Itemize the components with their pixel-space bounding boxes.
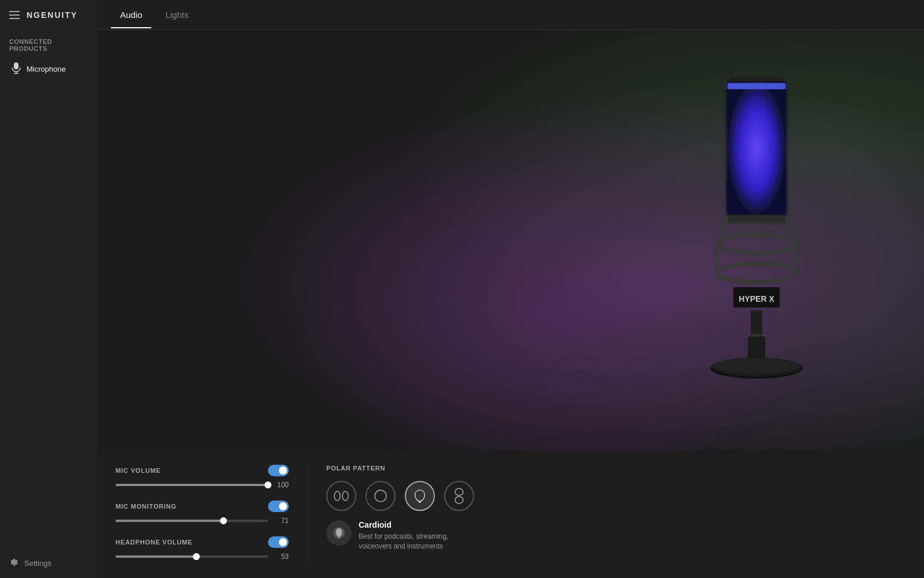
mic-monitoring-slider-row: 71	[116, 517, 289, 525]
svg-line-12	[787, 218, 790, 232]
controls-panel: MIC VOLUME 100	[97, 451, 924, 578]
mic-volume-label: MIC VOLUME	[116, 467, 161, 474]
mic-volume-slider-container	[116, 484, 268, 486]
headphone-volume-thumb[interactable]	[193, 553, 200, 560]
mic-monitoring-label: MIC MONITORING	[116, 503, 177, 510]
svg-rect-8	[725, 215, 788, 222]
polar-pattern-section: POLAR PATTERN	[326, 465, 906, 564]
headphone-volume-fill	[116, 555, 196, 558]
mic-monitoring-value: 71	[275, 517, 289, 525]
microphone-label: Microphone	[27, 65, 66, 73]
polar-pattern-label: POLAR PATTERN	[326, 465, 906, 472]
mic-monitoring-header: MIC MONITORING	[116, 501, 289, 512]
svg-point-32	[375, 490, 386, 502]
mic-volume-toggle[interactable]	[268, 465, 289, 476]
sidebar-item-microphone[interactable]: Microphone	[2, 57, 95, 81]
main-content: Audio Lights	[97, 0, 924, 578]
polar-selected-name: Cardioid	[359, 520, 448, 529]
svg-rect-9	[726, 222, 787, 224]
polar-info-text: Cardioid Best for podcasts, streaming,vo…	[359, 520, 448, 551]
mic-volume-toggle-thumb	[279, 466, 287, 475]
microphone-visual: HYPER X	[693, 47, 820, 383]
polar-bidir-button[interactable]	[444, 481, 474, 511]
svg-point-29	[713, 358, 800, 373]
sidebar: NGENUITY Connected Products Microphone S…	[0, 0, 97, 578]
mic-monitoring-thumb[interactable]	[220, 517, 227, 524]
headphone-volume-label: HEADPHONE VOLUME	[116, 539, 192, 546]
headphone-volume-track	[116, 555, 268, 558]
svg-point-33	[419, 501, 421, 503]
mic-volume-control: MIC VOLUME 100	[116, 465, 289, 489]
headphone-volume-slider-row: 53	[116, 553, 289, 561]
svg-point-15	[717, 264, 796, 282]
mic-monitoring-track	[116, 520, 268, 522]
sidebar-header: NGENUITY	[0, 0, 97, 30]
mic-volume-value: 100	[275, 481, 289, 489]
hero-area: HYPER X	[97, 30, 924, 451]
polar-cardioid-button[interactable]	[405, 481, 435, 511]
svg-point-31	[342, 491, 348, 501]
headphone-volume-header: HEADPHONE VOLUME	[116, 536, 289, 548]
polar-info-icon-circle	[326, 520, 352, 546]
svg-text:HYPER X: HYPER X	[739, 294, 774, 303]
controls-divider	[307, 465, 308, 564]
app-name: NGENUITY	[27, 10, 77, 20]
svg-point-10	[717, 235, 796, 253]
mic-volume-thumb[interactable]	[264, 481, 271, 488]
svg-rect-0	[14, 62, 18, 69]
svg-point-37	[338, 536, 340, 539]
settings-label: Settings	[24, 559, 51, 568]
svg-point-30	[334, 491, 340, 501]
headphone-volume-slider-container	[116, 555, 268, 558]
mic-monitoring-toggle-thumb	[279, 502, 287, 510]
mic-volume-header: MIC VOLUME	[116, 465, 289, 476]
polar-selected-description: Best for podcasts, streaming,voiceovers …	[359, 532, 448, 551]
svg-rect-7	[728, 83, 785, 89]
tab-audio[interactable]: Audio	[111, 2, 151, 28]
mic-monitoring-control: MIC MONITORING 71	[116, 501, 289, 525]
headphone-volume-value: 53	[275, 553, 289, 561]
tab-lights[interactable]: Lights	[156, 2, 198, 28]
microphone-icon	[12, 62, 21, 76]
polar-stereo-button[interactable]	[326, 481, 356, 511]
connected-products-label: Connected Products	[0, 30, 97, 57]
polar-omni-button[interactable]	[366, 481, 396, 511]
svg-rect-20	[751, 310, 762, 334]
mic-monitoring-slider-container	[116, 520, 268, 522]
mic-monitoring-fill	[116, 520, 223, 522]
settings-item[interactable]: Settings	[0, 549, 97, 578]
mic-volume-track	[116, 484, 268, 486]
svg-rect-5	[728, 83, 785, 214]
mic-monitoring-toggle[interactable]	[268, 501, 289, 512]
settings-icon	[9, 558, 18, 569]
tab-bar: Audio Lights	[97, 0, 924, 30]
headphone-volume-toggle-thumb	[279, 538, 287, 546]
menu-icon[interactable]	[9, 11, 20, 19]
polar-pattern-icons	[326, 481, 906, 511]
svg-point-34	[455, 488, 463, 495]
svg-point-35	[455, 497, 463, 503]
svg-line-11	[723, 218, 726, 232]
headphone-volume-control: HEADPHONE VOLUME 53	[116, 536, 289, 561]
audio-controls: MIC VOLUME 100	[116, 465, 289, 564]
headphone-volume-toggle[interactable]	[268, 536, 289, 548]
mic-volume-fill	[116, 484, 268, 486]
polar-info: Cardioid Best for podcasts, streaming,vo…	[326, 520, 906, 551]
mic-volume-slider-row: 100	[116, 481, 289, 489]
